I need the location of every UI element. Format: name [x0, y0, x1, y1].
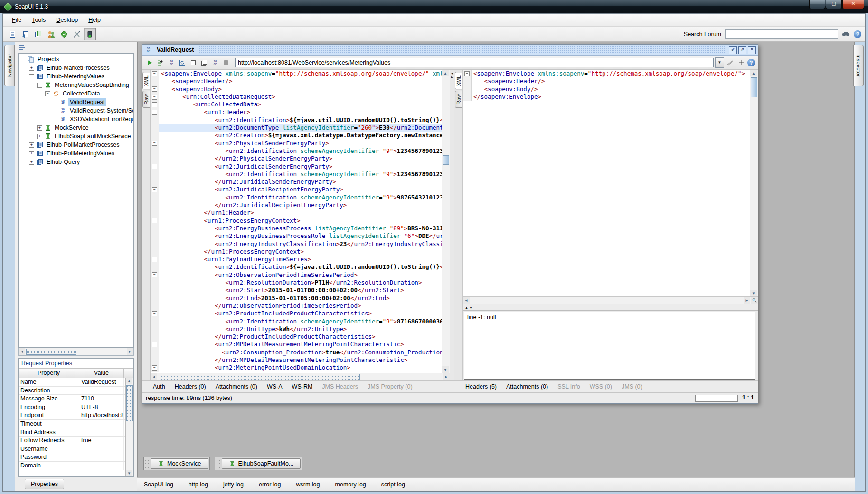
- tree-item-validrequest[interactable]: SOAPValidRequest: [19, 98, 133, 106]
- response-vscrollbar[interactable]: ▲ ▼: [750, 70, 758, 296]
- request-hscroll-thumb[interactable]: [158, 374, 360, 380]
- log-tab-jetty-log[interactable]: jetty log: [223, 481, 244, 488]
- collapse-down-icon[interactable]: ▼: [469, 306, 472, 309]
- drag-grip[interactable]: [145, 458, 149, 469]
- expand-icon[interactable]: +: [37, 125, 42, 131]
- minimized-window-elhubsoapfaultmo-[interactable]: ElhubSoapFaultMo...: [222, 458, 301, 469]
- expand-icon[interactable]: +: [29, 142, 34, 148]
- tree-item-elhub-query[interactable]: +Elhub-Query: [19, 158, 133, 166]
- search-forum-input[interactable]: [725, 29, 838, 39]
- property-row-message-size[interactable]: Message Size7110: [19, 395, 133, 403]
- request-vscrollbar[interactable]: ▲ ▼: [442, 70, 450, 373]
- collapse-left-icon[interactable]: ◄: [451, 72, 454, 76]
- collapse-icon[interactable]: −: [152, 71, 157, 76]
- scroll-right-icon[interactable]: ►: [127, 348, 133, 355]
- tree-options-icon[interactable]: [19, 45, 26, 50]
- scroll-left-icon[interactable]: ◄: [151, 373, 157, 380]
- property-row-description[interactable]: Description: [19, 387, 133, 395]
- fold-toggle[interactable]: −: [151, 310, 159, 317]
- collapse-icon[interactable]: −: [152, 187, 157, 192]
- fold-toggle[interactable]: −: [151, 256, 159, 263]
- scroll-down-icon[interactable]: ▼: [442, 366, 449, 373]
- window-maximize-icon[interactable]: ⇗: [738, 46, 746, 54]
- fold-toggle[interactable]: −: [151, 140, 159, 147]
- fold-toggle[interactable]: −: [463, 70, 472, 77]
- inspector-tab-auth[interactable]: Auth: [149, 382, 170, 391]
- inspector-tab-attachments-0-[interactable]: Attachments (0): [502, 382, 552, 391]
- tree-item-projects[interactable]: Projects: [19, 55, 133, 64]
- cancel-request-icon[interactable]: [221, 58, 231, 67]
- expand-icon[interactable]: +: [29, 160, 34, 165]
- inspector-tab-attachments-0-[interactable]: Attachments (0): [211, 382, 262, 391]
- endpoint-dropdown-button[interactable]: ▼: [715, 57, 724, 68]
- log-tab-script-log[interactable]: script log: [381, 481, 405, 488]
- inspector-tab-headers-5-[interactable]: Headers (5): [461, 382, 501, 391]
- create-empty-request-icon[interactable]: [189, 58, 198, 67]
- inspector-tab-headers-0-[interactable]: Headers (0): [170, 382, 210, 391]
- endpoint-input[interactable]: [235, 58, 714, 67]
- scroll-up-icon[interactable]: ▲: [126, 378, 132, 384]
- minimized-window-mockservice[interactable]: MockService: [151, 458, 208, 469]
- properties-button[interactable]: Properties: [25, 479, 64, 489]
- scroll-left-icon[interactable]: ◄: [19, 348, 25, 355]
- collapse-icon[interactable]: −: [464, 71, 470, 76]
- fold-toggle[interactable]: −: [151, 163, 159, 171]
- tab-xml[interactable]: XML: [142, 72, 150, 89]
- properties-vscroll-thumb[interactable]: [126, 385, 133, 421]
- menu-help[interactable]: Help: [84, 15, 105, 25]
- scroll-left-icon[interactable]: ◄: [463, 297, 470, 304]
- search-icon[interactable]: [842, 31, 850, 37]
- tree-item-elhub-marketprocesses[interactable]: +Elhub-MarketProcesses: [19, 64, 133, 72]
- collapse-icon[interactable]: −: [152, 342, 157, 347]
- collapse-icon[interactable]: −: [152, 257, 157, 262]
- project-tree[interactable]: Projects+Elhub-MarketProcesses−Elhub-Met…: [18, 53, 134, 348]
- fold-toggle[interactable]: −: [151, 341, 159, 348]
- property-row-name[interactable]: NameValidRequest: [19, 378, 133, 387]
- fold-toggle[interactable]: −: [151, 186, 159, 193]
- collapse-icon[interactable]: −: [152, 164, 157, 169]
- response-hscrollbar[interactable]: ◄ ► 🔍: [463, 296, 758, 304]
- expand-up-icon[interactable]: ▲: [465, 306, 468, 309]
- tab-xml[interactable]: XML: [455, 72, 462, 89]
- collapse-icon[interactable]: −: [152, 311, 157, 316]
- tree-item-mockservice[interactable]: +MockService: [19, 124, 133, 132]
- close-button[interactable]: ✕: [842, 0, 864, 9]
- collapse-icon[interactable]: −: [152, 86, 157, 92]
- fold-toggle[interactable]: −: [151, 101, 159, 108]
- fold-toggle[interactable]: −: [151, 70, 159, 77]
- drag-grip[interactable]: [216, 458, 220, 469]
- property-row-endpoint[interactable]: Endpointhttp://localhost:80...: [19, 411, 133, 420]
- collapse-icon[interactable]: −: [152, 110, 157, 115]
- inspector-tab-ws-rm[interactable]: WS-RM: [288, 382, 317, 391]
- scroll-down-icon[interactable]: ▼: [126, 470, 132, 476]
- import-project-icon[interactable]: [19, 28, 32, 40]
- response-vscroll-thumb[interactable]: [751, 77, 757, 97]
- log-tab-memory-log[interactable]: memory log: [335, 481, 366, 488]
- log-tab-wsrm-log[interactable]: wsrm log: [296, 481, 320, 488]
- scroll-right-icon[interactable]: ►: [443, 373, 450, 380]
- add-to-mockservice-icon[interactable]: SOAP: [167, 58, 176, 67]
- tree-item-meteringvaluessoapbinding[interactable]: −MeteringValuesSoapBinding: [19, 81, 133, 89]
- log-divider[interactable]: ▲ ▼: [463, 304, 758, 311]
- property-row-password[interactable]: Password: [19, 453, 133, 462]
- window-close-icon[interactable]: ✕: [748, 46, 756, 54]
- inspector-tab-ws-a[interactable]: WS-A: [263, 382, 287, 391]
- request-window-titlebar[interactable]: SOAP ValidRequest ⇙ ⇗ ✕: [142, 45, 758, 56]
- tree-item-elhub-meteringvalues[interactable]: −Elhub-MeteringValues: [19, 72, 133, 81]
- collapse-icon[interactable]: −: [45, 91, 50, 96]
- request-vscroll-thumb[interactable]: [443, 155, 449, 165]
- new-project-icon[interactable]: [7, 28, 19, 40]
- window-restore-icon[interactable]: ⇙: [729, 46, 737, 54]
- inspector-side-tab[interactable]: Inspector: [853, 45, 864, 86]
- magnifier-icon[interactable]: 🔍: [751, 297, 758, 304]
- create-mockservice-icon[interactable]: SOAP: [210, 58, 220, 67]
- menu-file[interactable]: File: [8, 15, 26, 25]
- log-tab-error-log[interactable]: error log: [259, 481, 281, 488]
- help-icon[interactable]: ?: [854, 30, 861, 38]
- collapse-icon[interactable]: −: [152, 365, 157, 370]
- tree-item-validrequest-system-securi[interactable]: SOAPValidRequest-System/Securi: [19, 106, 133, 115]
- collapse-icon[interactable]: −: [152, 95, 157, 100]
- add-to-testcase-icon[interactable]: [156, 58, 165, 67]
- fold-toggle[interactable]: −: [151, 93, 159, 101]
- collapse-icon[interactable]: −: [152, 218, 157, 223]
